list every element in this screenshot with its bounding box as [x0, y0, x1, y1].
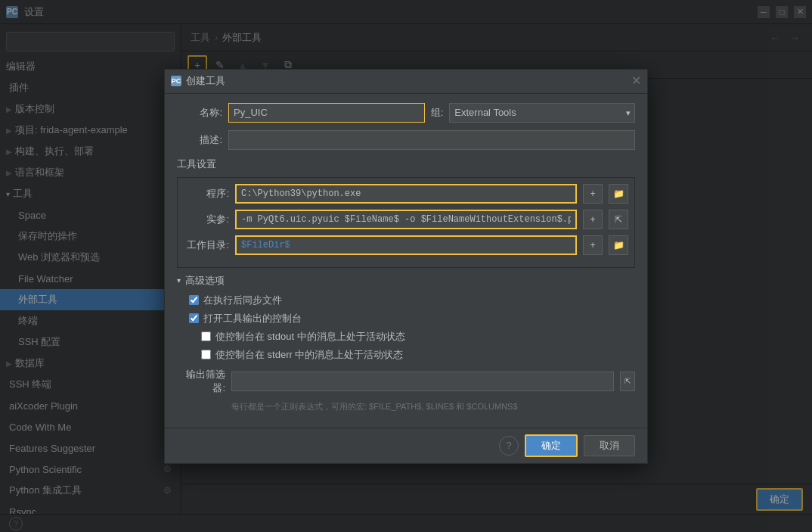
modal-titlebar: PC 创建工具 ✕ [165, 70, 647, 94]
advanced-section: ▾ 高级选项 在执行后同步文件 打开工具输出的控制台 使控制台在 stdout … [177, 274, 635, 362]
workdir-add-btn[interactable]: + [583, 235, 603, 255]
name-input[interactable] [228, 103, 425, 123]
tool-settings: 程序: + 📁 实参: + ⇱ 工作目录: + 📁 [177, 177, 635, 268]
workdir-folder-btn[interactable]: 📁 [609, 235, 628, 255]
args-label: 实参: [184, 213, 229, 226]
desc-input[interactable] [228, 130, 635, 150]
check2-row: 打开工具输出的控制台 [177, 312, 635, 325]
group-label: 组: [431, 106, 444, 120]
program-input[interactable] [235, 184, 577, 204]
group-select-wrapper: External Tools [449, 103, 635, 123]
program-label: 程序: [184, 187, 229, 201]
output-label: 输出筛选器: [177, 368, 225, 395]
modal-help-button[interactable]: ? [499, 436, 519, 456]
desc-row: 描述: [177, 130, 635, 150]
modal-app-icon: PC [171, 76, 181, 86]
stderr-active-checkbox[interactable] [201, 350, 211, 359]
stdout-active-label: 使控制台在 stdout 中的消息上处于活动状态 [215, 330, 405, 344]
args-expand-btn[interactable]: ⇱ [609, 210, 628, 229]
open-console-checkbox[interactable] [189, 313, 199, 323]
program-folder-btn[interactable]: 📁 [609, 184, 628, 204]
open-console-label: 打开工具输出的控制台 [203, 312, 302, 325]
advanced-header[interactable]: ▾ 高级选项 [177, 274, 635, 288]
modal-footer: ? 确定 取消 [165, 428, 647, 463]
modal-close-button[interactable]: ✕ [631, 75, 641, 87]
modal-overlay: PC 创建工具 ✕ 名称: 组: External Tools 描述: [0, 0, 812, 532]
group-select[interactable]: External Tools [449, 103, 635, 123]
output-row: 输出筛选器: ⇱ [177, 368, 635, 395]
modal-ok-button[interactable]: 确定 [525, 434, 578, 457]
program-row: 程序: + 📁 [184, 184, 628, 204]
output-filter-input[interactable] [231, 372, 614, 391]
check1-row: 在执行后同步文件 [177, 294, 635, 307]
name-label: 名称: [177, 106, 222, 120]
workdir-label: 工作目录: [184, 238, 229, 252]
check4-row: 使控制台在 stderr 中的消息上处于活动状态 [177, 348, 635, 362]
workdir-input[interactable] [235, 235, 577, 255]
modal-cancel-button[interactable]: 取消 [584, 435, 635, 456]
sync-files-label: 在执行后同步文件 [203, 294, 282, 307]
name-group-row: 名称: 组: External Tools [177, 103, 635, 123]
desc-label: 描述: [177, 133, 222, 147]
stderr-active-label: 使控制台在 stderr 中的消息上处于活动状态 [215, 348, 403, 362]
workdir-row: 工作目录: + 📁 [184, 235, 628, 255]
create-tool-dialog: PC 创建工具 ✕ 名称: 组: External Tools 描述: [164, 69, 648, 464]
output-expand-btn[interactable]: ⇱ [620, 372, 635, 391]
check3-row: 使控制台在 stdout 中的消息上处于活动状态 [177, 330, 635, 344]
args-row: 实参: + ⇱ [184, 210, 628, 229]
stdout-active-checkbox[interactable] [201, 331, 211, 341]
sync-files-checkbox[interactable] [189, 295, 199, 305]
modal-body: 名称: 组: External Tools 描述: 工具设置 程序: [165, 94, 647, 428]
args-input[interactable] [235, 210, 577, 229]
advanced-title: 高级选项 [185, 274, 225, 288]
args-add-btn[interactable]: + [583, 210, 603, 229]
output-hint: 每行都是一个正则表达式，可用的宏: $FILE_PATH$, $LINE$ 和 … [177, 401, 635, 412]
modal-title: 创建工具 [186, 74, 225, 88]
tool-settings-title: 工具设置 [177, 157, 635, 171]
advanced-arrow-icon: ▾ [177, 276, 181, 285]
program-add-btn[interactable]: + [583, 184, 603, 204]
